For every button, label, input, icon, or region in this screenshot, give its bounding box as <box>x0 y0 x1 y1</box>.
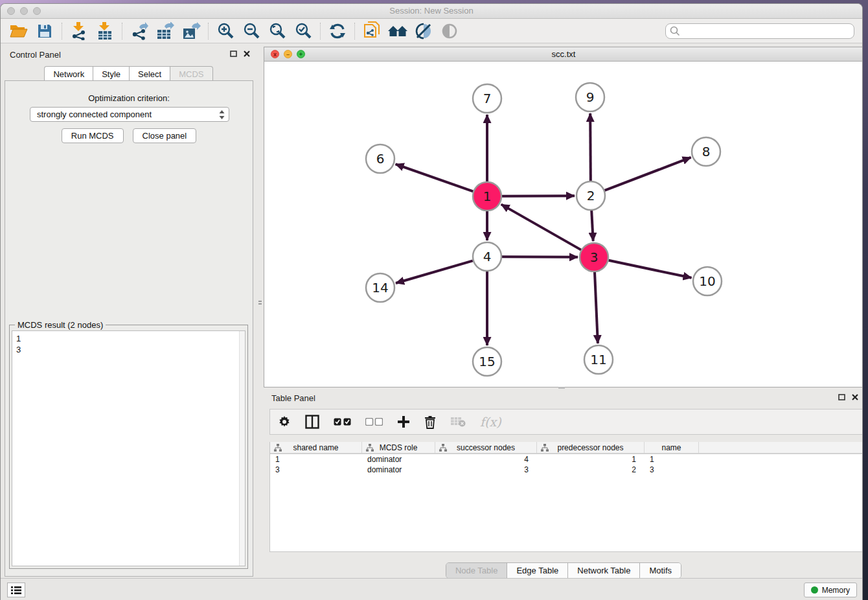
edge-3-10[interactable] <box>609 260 692 278</box>
table-row[interactable]: 1dominator411 <box>270 454 862 465</box>
close-panel-icon[interactable] <box>244 51 250 57</box>
edge-2-8[interactable] <box>604 157 691 190</box>
column-header-shared-name[interactable]: shared name <box>270 442 362 453</box>
column-header-successor-nodes[interactable]: successor nodes <box>435 442 537 453</box>
edge-2-3[interactable] <box>591 211 593 241</box>
export-table-button[interactable] <box>152 21 178 41</box>
table-cell[interactable]: 3 <box>645 465 699 475</box>
memory-button[interactable]: Memory <box>804 583 857 597</box>
float-panel-icon[interactable] <box>838 394 845 400</box>
table-panel-title: Table Panel <box>271 393 315 403</box>
graph-node-4[interactable]: 4 <box>473 242 501 271</box>
table-cell[interactable]: 1 <box>645 454 699 465</box>
zoom-out-button[interactable] <box>238 21 264 41</box>
show-column-pane-button[interactable] <box>305 415 319 429</box>
edge-2-9[interactable] <box>590 113 591 181</box>
edge-3-11[interactable] <box>595 272 598 343</box>
tab-motifs[interactable]: Motifs <box>640 563 681 578</box>
import-network-button[interactable] <box>66 21 92 41</box>
zoom-selected-button[interactable] <box>290 21 316 41</box>
table-header-row: shared nameMCDS rolesuccessor nodesprede… <box>270 442 862 454</box>
tab-network-table[interactable]: Network Table <box>568 563 640 578</box>
graph-node-3[interactable]: 3 <box>580 243 608 271</box>
table-cell[interactable]: dominator <box>362 454 435 465</box>
tab-node-table[interactable]: Node Table <box>446 563 508 578</box>
criterion-value: strongly connected component <box>37 110 152 119</box>
zoom-fit-icon <box>268 22 286 40</box>
show-graphics-button[interactable] <box>437 21 463 41</box>
graph-node-2[interactable]: 2 <box>577 181 605 210</box>
criterion-dropdown[interactable]: strongly connected component <box>30 107 229 122</box>
close-panel-icon[interactable] <box>852 394 858 400</box>
table-cell[interactable]: 3 <box>270 465 362 475</box>
column-header-name[interactable]: name <box>645 442 699 453</box>
column-header-predecessor-nodes[interactable]: predecessor nodes <box>537 442 645 453</box>
search-input[interactable] <box>665 23 854 39</box>
table-cell[interactable]: 1 <box>270 454 362 465</box>
export-image-button[interactable] <box>178 21 204 41</box>
close-panel-button[interactable]: Close panel <box>133 128 197 143</box>
import-network-icon <box>70 22 88 40</box>
edge-4-14[interactable] <box>396 260 473 283</box>
graph-node-10[interactable]: 10 <box>693 267 722 295</box>
toolbar-separator <box>320 23 321 40</box>
graph-node-9[interactable]: 9 <box>576 83 604 111</box>
graph-node-6[interactable]: 6 <box>366 144 394 173</box>
vertical-splitter[interactable] <box>257 44 264 582</box>
edge-3-1[interactable] <box>501 204 581 249</box>
save-icon <box>37 23 52 39</box>
unselect-all-columns-button[interactable] <box>365 418 383 426</box>
horizontal-splitter-handle[interactable] <box>558 387 565 389</box>
mcds-result-area[interactable]: 1 3 <box>12 330 246 566</box>
graph-node-8[interactable]: 8 <box>692 137 720 166</box>
node-label: 6 <box>376 151 385 167</box>
edge-1-2[interactable] <box>502 196 575 196</box>
table-cell[interactable]: 1 <box>537 454 645 465</box>
delete-column-button[interactable] <box>424 415 436 429</box>
edge-1-6[interactable] <box>396 164 474 191</box>
graph-node-14[interactable]: 14 <box>366 273 394 302</box>
column-header-mcds-role[interactable]: MCDS role <box>362 442 435 453</box>
graph-node-11[interactable]: 11 <box>584 345 613 374</box>
edge-4-3[interactable] <box>502 257 578 257</box>
right-stack: x – + scc.txt 7968124314101511 <box>264 44 863 582</box>
splitter-handle[interactable] <box>257 299 264 305</box>
run-mcds-button[interactable]: Run MCDS <box>62 128 124 143</box>
table-cell[interactable]: dominator <box>362 465 435 475</box>
export-network-icon <box>130 22 148 40</box>
memory-status-icon <box>811 586 818 594</box>
graph-edges <box>396 113 692 345</box>
table-cell[interactable]: 3 <box>435 465 537 475</box>
clone-network-button[interactable] <box>359 21 385 41</box>
hide-graphics-button[interactable] <box>411 21 437 41</box>
node-label: 11 <box>590 352 606 367</box>
network-graph-canvas[interactable]: 7968124314101511 <box>264 62 863 387</box>
graph-node-7[interactable]: 7 <box>473 84 501 113</box>
home-layout-button[interactable] <box>385 21 411 41</box>
graph-node-15[interactable]: 15 <box>473 347 501 376</box>
table-row[interactable]: 3dominator323 <box>270 465 862 475</box>
zoom-fit-button[interactable] <box>264 21 290 41</box>
table-settings-button[interactable] <box>278 415 291 428</box>
task-history-button[interactable] <box>7 583 25 597</box>
create-column-button[interactable] <box>397 415 410 428</box>
tab-edge-table[interactable]: Edge Table <box>507 563 568 578</box>
import-table-button[interactable] <box>92 21 118 41</box>
table-cell[interactable]: 4 <box>435 454 537 465</box>
function-builder-button[interactable]: f(x) <box>480 415 501 429</box>
zoom-in-button[interactable] <box>212 21 238 41</box>
select-all-columns-button[interactable] <box>334 418 351 426</box>
graph-node-1[interactable]: 1 <box>473 182 501 211</box>
result-scrollbar[interactable] <box>239 331 245 566</box>
delete-table-button[interactable] <box>450 417 466 427</box>
import-table-icon <box>96 22 114 40</box>
clone-network-icon <box>363 21 380 41</box>
refresh-button[interactable] <box>325 21 350 41</box>
save-session-button[interactable] <box>32 21 58 41</box>
open-session-button[interactable] <box>6 21 32 41</box>
table-cell[interactable]: 2 <box>537 465 645 475</box>
export-table-icon <box>155 22 175 40</box>
export-network-button[interactable] <box>126 21 152 41</box>
float-panel-icon[interactable] <box>230 51 237 57</box>
node-label: 1 <box>483 189 492 204</box>
